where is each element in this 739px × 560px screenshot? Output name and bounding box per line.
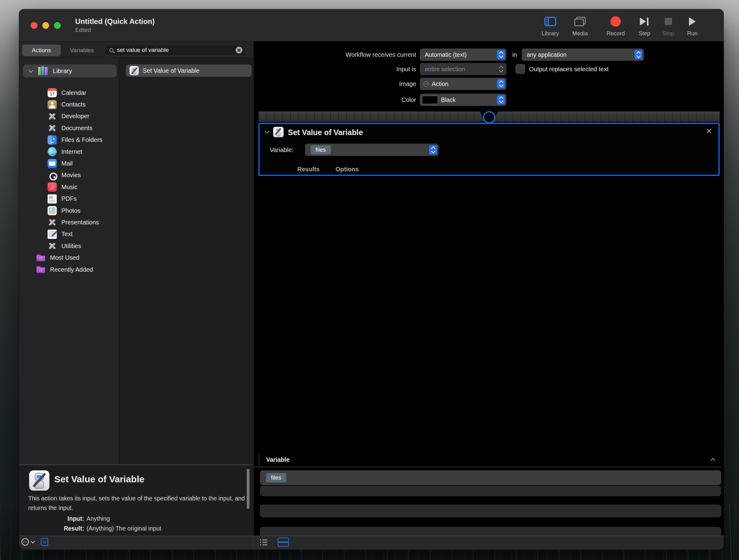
finder-icon	[47, 135, 57, 145]
wrench-icon	[47, 218, 57, 227]
toolbar-library-button[interactable]: Library	[536, 13, 565, 37]
sidebar-item-presentations[interactable]: Presentations	[19, 217, 119, 228]
options-link[interactable]: Options	[335, 166, 359, 173]
sidebar-item-text[interactable]: Text	[19, 229, 119, 240]
music-icon	[47, 182, 57, 191]
category-column: Library JUL17Calendar Contacts Developer…	[19, 57, 119, 464]
list-view-icon[interactable]	[260, 539, 268, 546]
popup-stepper-icon	[497, 79, 505, 89]
tab-variables[interactable]: Variables	[62, 44, 102, 56]
toolbar-record-button[interactable]: Record	[601, 13, 630, 37]
workflow-input-strip	[489, 112, 720, 122]
variable-list-row	[260, 505, 721, 517]
variable-list-row	[260, 527, 721, 536]
popup-stepper-icon	[497, 64, 505, 74]
workflow-receives-label: Workflow receives current	[254, 48, 416, 61]
category-list: JUL17Calendar Contacts Developer Documen…	[19, 87, 119, 275]
sidebar-item-files-folders[interactable]: Files & Folders	[19, 134, 119, 146]
variable-panel-header: Variable	[259, 454, 721, 467]
left-panel: Actions Variables Library JUL17Calendar …	[19, 41, 253, 536]
close-action-icon[interactable]	[705, 127, 713, 135]
variable-token[interactable]: files	[311, 145, 331, 154]
sidebar-item-pdfs[interactable]: PDFs	[19, 193, 119, 205]
chevron-down-icon[interactable]	[31, 539, 35, 543]
output-replaces-checkbox[interactable]	[515, 64, 525, 74]
calendar-icon: JUL17	[47, 88, 57, 97]
toolbar-run-label: Run	[678, 30, 707, 37]
variable-value-row	[260, 486, 721, 496]
quicktime-icon	[47, 171, 57, 180]
automator-action-icon-large	[29, 470, 49, 491]
clear-search-icon[interactable]	[236, 47, 243, 53]
search-results-column: Set Value of Variable	[119, 57, 253, 464]
text-icon	[47, 230, 57, 239]
tab-actions[interactable]: Actions	[22, 44, 61, 56]
input-is-popup: entire selection	[420, 63, 506, 75]
action-description-panel: Set Value of Variable This action takes …	[19, 464, 253, 536]
variables-toggle-icon[interactable]	[41, 538, 48, 546]
action-glyph-icon	[424, 81, 429, 87]
automator-action-icon	[130, 66, 139, 75]
panel-view-icon[interactable]	[278, 538, 288, 547]
sidebar-item-utilities[interactable]: Utilities	[19, 240, 119, 252]
popup-stepper-icon	[429, 145, 437, 154]
description-body: This action takes its input, sets the va…	[28, 494, 245, 513]
bottom-bar	[19, 536, 724, 550]
sidebar-item-documents[interactable]: Documents	[19, 122, 119, 134]
variable-token[interactable]: files	[266, 473, 286, 482]
automator-action-icon	[273, 127, 284, 137]
sidebar-item-developer[interactable]: Developer	[19, 111, 119, 122]
in-application-popup[interactable]: any application	[522, 48, 644, 61]
sidebar-item-contacts[interactable]: Contacts	[19, 99, 119, 110]
sidebar-item-internet[interactable]: Internet	[19, 146, 119, 157]
action-result-set-value-of-variable[interactable]: Set Value of Variable	[126, 64, 252, 77]
minimize-window-button[interactable]	[42, 22, 49, 29]
description-title: Set Value of Variable	[54, 474, 144, 484]
toolbar-library-label: Library	[536, 30, 565, 37]
input-label: Input:	[19, 515, 84, 522]
toolbar-run-button[interactable]: Run	[678, 13, 707, 37]
variable-panel-divider	[254, 467, 721, 467]
collapse-panel-chevron-icon[interactable]	[711, 458, 715, 463]
image-popup[interactable]: Action	[420, 78, 506, 90]
search-field[interactable]	[105, 44, 246, 56]
close-window-button[interactable]	[31, 22, 37, 29]
sidebar-item-music[interactable]: Music	[19, 181, 119, 193]
action-block-set-value-of-variable[interactable]: Set Value of Variable Variable: files Re…	[258, 123, 720, 176]
sidebar-item-most-used[interactable]: Most Used	[19, 252, 119, 263]
in-label: in	[508, 48, 521, 61]
color-popup[interactable]: Black	[420, 94, 506, 106]
ellipsis-circle-icon[interactable]	[21, 538, 29, 546]
library-sidebar-icon	[545, 17, 556, 26]
description-scrollbar[interactable]	[247, 469, 250, 509]
results-link[interactable]: Results	[297, 166, 319, 173]
popup-stepper-icon	[497, 95, 505, 104]
photos-icon	[47, 206, 57, 215]
variable-popup[interactable]: files	[305, 144, 439, 156]
sidebar-item-library[interactable]: Library	[23, 64, 117, 78]
workflow-input-strip	[258, 112, 489, 122]
toolbar-media-label: Media	[565, 30, 595, 37]
variable-row-files[interactable]: files	[260, 470, 721, 485]
color-label: Color	[254, 94, 416, 106]
sidebar-item-mail[interactable]: Mail	[19, 157, 119, 169]
workflow-receives-popup[interactable]: Automatic (text)	[420, 48, 506, 61]
library-tabs-row: Actions Variables	[19, 41, 253, 57]
disclosure-chevron-icon[interactable]	[28, 68, 33, 73]
sidebar-item-calendar[interactable]: JUL17Calendar	[19, 87, 119, 99]
input-is-label: Input is	[254, 63, 416, 75]
media-icon	[575, 17, 586, 26]
search-icon	[109, 48, 113, 52]
color-row: Color Black	[254, 94, 724, 106]
sidebar-item-recently-added[interactable]: Recently Added	[19, 264, 119, 275]
sidebar-item-photos[interactable]: Photos	[19, 205, 119, 217]
collapse-chevron-icon[interactable]	[265, 129, 270, 134]
sidebar-item-movies[interactable]: Movies	[19, 169, 119, 181]
mail-icon	[47, 159, 57, 168]
toolbar-media-button[interactable]: Media	[565, 13, 595, 37]
toolbar-record-label: Record	[601, 30, 630, 37]
variable-label: Variable:	[270, 146, 293, 153]
wrench-icon	[47, 123, 57, 133]
zoom-window-button[interactable]	[54, 22, 61, 29]
search-input[interactable]	[117, 47, 236, 53]
